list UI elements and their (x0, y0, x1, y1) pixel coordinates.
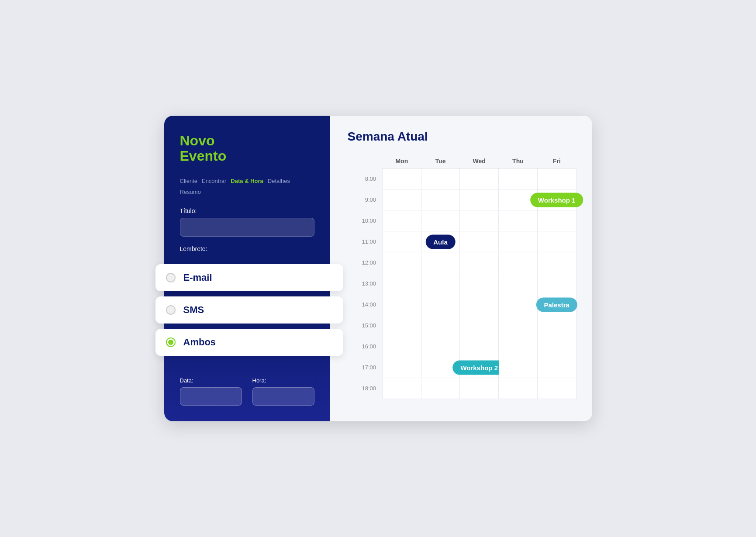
email-label: E-mail (183, 272, 212, 283)
time-1500: 15:00 (348, 315, 383, 336)
step-data-hora[interactable]: Data & Hora (231, 178, 263, 184)
cell-wed-1700: Workshop 2 (460, 357, 499, 378)
cell-thu-1600 (499, 336, 538, 357)
cell-mon-1300 (383, 273, 421, 294)
cell-tue-1200 (421, 252, 460, 273)
cell-wed-1000 (460, 210, 499, 231)
hora-input[interactable] (252, 387, 314, 406)
cell-fri-1600 (537, 336, 576, 357)
time-800: 8:00 (348, 169, 383, 189)
cell-fri-1400: Palestra (537, 294, 576, 315)
cell-thu-1200 (499, 252, 538, 273)
cell-fri-1700 (537, 357, 576, 378)
cell-wed-1200 (460, 252, 499, 273)
cell-wed-1500 (460, 315, 499, 336)
cell-fri-1800 (537, 378, 576, 399)
cell-wed-1300 (460, 273, 499, 294)
cell-mon-1200 (383, 252, 421, 273)
cell-mon-1000 (383, 210, 421, 231)
title-line1: Novo (180, 133, 215, 148)
cell-tue-1300 (421, 273, 460, 294)
cell-fri-1000 (537, 210, 576, 231)
cell-mon-1800 (383, 378, 421, 399)
time-1700: 17:00 (348, 357, 383, 378)
cell-wed-1800 (460, 378, 499, 399)
reminder-sms-option[interactable]: SMS (155, 296, 343, 324)
data-label: Data: (180, 377, 242, 384)
lembrete-label: Lembrete: (180, 245, 314, 252)
sms-radio[interactable] (166, 305, 176, 315)
time-1800: 18:00 (348, 378, 383, 399)
cell-tue-900 (421, 189, 460, 210)
email-radio[interactable] (166, 273, 176, 282)
form-title: Novo Evento (180, 133, 314, 164)
cell-fri-1200 (537, 252, 576, 273)
cell-tue-1000 (421, 210, 460, 231)
cell-tue-800 (421, 169, 460, 189)
step-detalhes[interactable]: Detalhes (268, 178, 290, 184)
cell-thu-1300 (499, 273, 538, 294)
cell-tue-1400 (421, 294, 460, 315)
main-container: Novo Evento Cliente Encontrar Data & Hor… (164, 116, 592, 421)
cell-thu-1800 (499, 378, 538, 399)
titulo-input[interactable] (180, 218, 314, 237)
cell-fri-1300 (537, 273, 576, 294)
hora-label: Hora: (252, 377, 314, 384)
cell-fri-800 (537, 169, 576, 189)
time-1600: 16:00 (348, 336, 383, 357)
cell-tue-1100: Aula (421, 231, 460, 252)
event-aula[interactable]: Aula (425, 234, 456, 249)
reminder-options: E-mail SMS Ambos (155, 264, 343, 356)
time-1300: 13:00 (348, 273, 383, 294)
cell-fri-1500 (537, 315, 576, 336)
cell-mon-900 (383, 189, 421, 210)
time-1000: 10:00 (348, 210, 383, 231)
time-1400: 14:00 (348, 294, 383, 315)
cell-mon-1600 (383, 336, 421, 357)
header-tue: Tue (421, 154, 460, 169)
cell-thu-1000 (499, 210, 538, 231)
header-thu: Thu (499, 154, 538, 169)
time-900: 9:00 (348, 189, 383, 210)
cell-tue-1800 (421, 378, 460, 399)
ambos-label: Ambos (183, 337, 216, 348)
cell-thu-800 (499, 169, 538, 189)
time-header (348, 154, 383, 169)
reminder-email-option[interactable]: E-mail (155, 264, 343, 291)
cell-tue-1600 (421, 336, 460, 357)
header-fri: Fri (537, 154, 576, 169)
cell-fri-1100 (537, 231, 576, 252)
datetime-row: Data: Hora: (180, 377, 314, 406)
cell-mon-1500 (383, 315, 421, 336)
event-workshop-1[interactable]: Workshop 1 (530, 193, 583, 207)
cell-fri-900: Workshop 1 (537, 189, 576, 210)
cell-wed-1600 (460, 336, 499, 357)
cell-mon-1400 (383, 294, 421, 315)
ambos-radio[interactable] (166, 337, 176, 347)
calendar-table: Mon Tue Wed Thu Fri 8:009:00Workshop 110… (348, 154, 576, 399)
data-input[interactable] (180, 387, 242, 406)
step-resumo[interactable]: Resumo (180, 189, 201, 195)
cell-thu-1400 (499, 294, 538, 315)
cell-thu-1700 (499, 357, 538, 378)
step-cliente[interactable]: Cliente (180, 178, 197, 184)
cell-tue-1500 (421, 315, 460, 336)
right-panel: Semana Atual Mon Tue Wed Thu Fri 8:009:0… (330, 116, 592, 421)
cell-mon-800 (383, 169, 421, 189)
cell-wed-900 (460, 189, 499, 210)
titulo-label: Título: (180, 207, 314, 214)
reminder-ambos-option[interactable]: Ambos (155, 329, 343, 356)
cell-mon-1700 (383, 357, 421, 378)
event-palestra[interactable]: Palestra (536, 297, 577, 312)
cell-wed-1400 (460, 294, 499, 315)
event-workshop-2[interactable]: Workshop 2 (452, 360, 506, 375)
time-1200: 12:00 (348, 252, 383, 273)
sms-label: SMS (183, 304, 204, 316)
cell-wed-1100 (460, 231, 499, 252)
step-encontrar[interactable]: Encontrar (202, 178, 226, 184)
cell-wed-800 (460, 169, 499, 189)
header-mon: Mon (383, 154, 421, 169)
header-wed: Wed (460, 154, 499, 169)
calendar-title: Semana Atual (348, 130, 576, 144)
title-line2: Evento (180, 148, 227, 164)
